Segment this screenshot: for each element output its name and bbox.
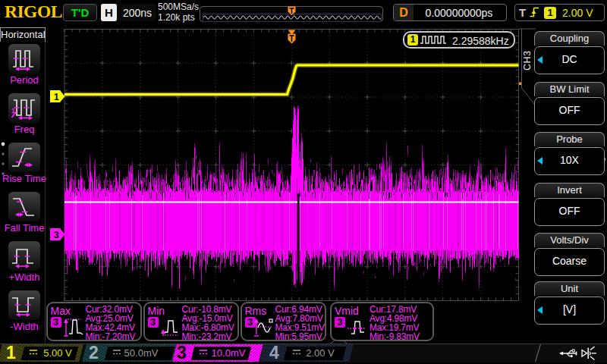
svg-text:3: 3 — [54, 230, 59, 240]
svg-text:1: 1 — [54, 92, 59, 102]
